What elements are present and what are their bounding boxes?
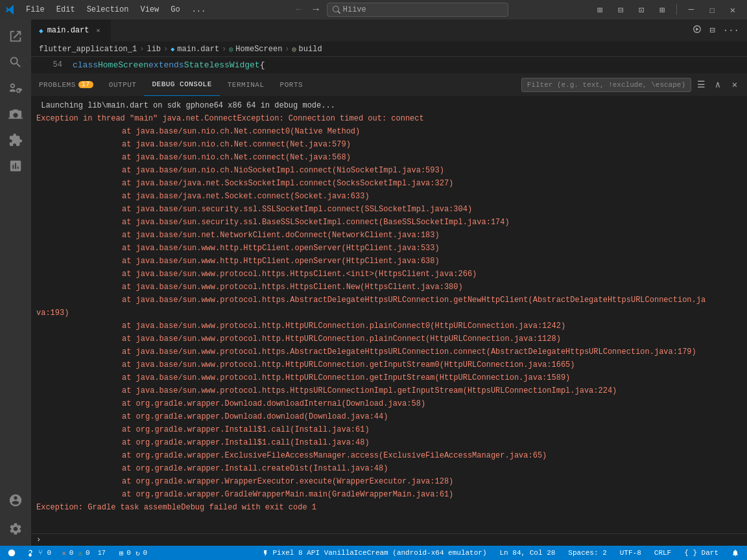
status-position[interactable]: Ln 84, Col 28 <box>497 546 558 560</box>
console-line: at java.base/sun.www.protocol.https.Http… <box>31 281 747 294</box>
layout-toggle-button[interactable]: ⊞ <box>591 3 609 17</box>
status-spaces[interactable]: Spaces: 2 <box>565 546 609 560</box>
menu-selection[interactable]: Selection <box>82 3 134 17</box>
tab-main-dart[interactable]: ◆ main.dart ✕ <box>31 19 112 41</box>
breadcrumb-lib[interactable]: lib <box>147 45 161 54</box>
console-line: at java.base/sun.www.protocol.https.Http… <box>31 268 747 281</box>
console-line: at java.base/sun.security.ssl.BaseSSLSoc… <box>31 216 747 229</box>
status-line-ending[interactable]: CRLF <box>652 546 674 560</box>
console-line: at java.base/sun.www.protocol.https.Abst… <box>31 345 747 358</box>
console-input[interactable] <box>43 535 742 544</box>
split-editor-icon[interactable]: ⊟ <box>707 23 717 37</box>
console-line: at org.gradle.wrapper.WrapperExecutor.ex… <box>31 475 747 488</box>
panel-toggle-button[interactable]: ⊡ <box>632 3 650 17</box>
console-prompt-icon: › <box>36 535 41 544</box>
activity-icon-debug[interactable] <box>4 102 27 126</box>
maximize-button[interactable]: ☐ <box>703 3 721 17</box>
close-button[interactable]: ✕ <box>724 3 742 17</box>
console-line: at java.base/java.net.SocksSocketImpl.co… <box>31 177 747 190</box>
panel-tab-output[interactable]: OUTPUT <box>101 73 145 96</box>
panel-action-list[interactable]: ☰ <box>694 78 708 92</box>
panel-action-collapse[interactable]: ∧ <box>711 78 725 92</box>
breadcrumb-root[interactable]: flutter_application_1 <box>39 45 137 54</box>
editor-area: ◆ main.dart ✕ ⊟ ··· flutter_application_… <box>31 19 747 546</box>
breadcrumb-class[interactable]: HomeScreen <box>235 45 282 54</box>
status-bar-right: Pixel 8 API VanillaIceCream (android-x64… <box>259 546 742 560</box>
console-line: at org.gradle.wrapper.GradleWrapperMain.… <box>31 488 747 501</box>
activity-icon-extensions[interactable] <box>4 128 27 152</box>
activity-bar <box>0 19 31 546</box>
console-line: at java.base/sun.nio.ch.Net.connect(Net.… <box>31 151 747 164</box>
panel-header: PROBLEMS 17 OUTPUT DEBUG CONSOLE TERMINA… <box>31 73 747 97</box>
menu-bar: File Edit Selection View Go ... <box>21 3 211 17</box>
menu-view[interactable]: View <box>135 3 164 17</box>
debug-config-icon[interactable] <box>690 23 704 38</box>
activity-icon-settings[interactable] <box>4 517 27 541</box>
dart-file-icon: ◆ <box>39 27 43 35</box>
nav-back-button[interactable]: ← <box>294 3 305 17</box>
status-notifications[interactable] <box>729 546 742 560</box>
git-branch-label: ⑂ 0 <box>38 549 51 557</box>
console-line: at org.gradle.wrapper.Install$1.call(Ins… <box>31 436 747 449</box>
title-search-bar[interactable]: Hiive <box>327 3 508 17</box>
activity-icon-search[interactable] <box>4 51 27 74</box>
sidebar-toggle-button[interactable]: ⊟ <box>611 3 630 17</box>
menu-file[interactable]: File <box>21 3 50 17</box>
console-line: at org.gradle.wrapper.Download.download(… <box>31 410 747 423</box>
activity-icon-explorer[interactable] <box>4 25 27 48</box>
tab-label: main.dart <box>47 26 89 35</box>
panel-action-close[interactable]: ✕ <box>728 78 742 92</box>
status-encoding[interactable]: UTF-8 <box>617 546 644 560</box>
status-device[interactable]: Pixel 8 API VanillaIceCream (android-x64… <box>259 546 489 560</box>
panel-tab-terminal[interactable]: TERMINAL <box>220 73 272 96</box>
filter-input[interactable]: Filter (e.g. text, !exclude, \escape) <box>521 78 691 92</box>
console-line: Exception: Gradle task assembleDebug fai… <box>31 501 747 514</box>
spaces-label: Spaces: 2 <box>568 549 606 557</box>
console-line: Launching lib\main.dart on sdk gphone64 … <box>31 99 747 112</box>
panel-tab-problems[interactable]: PROBLEMS 17 <box>31 73 101 96</box>
console-line: va:193) <box>31 307 747 320</box>
menu-more[interactable]: ... <box>187 3 211 17</box>
status-git-branch[interactable]: ⑂ 0 <box>25 546 54 560</box>
cursor-position: Ln 84, Col 28 <box>500 549 556 557</box>
status-errors[interactable]: ✕ 0 ⚠ 0 17 <box>59 546 111 560</box>
panel-tab-ports[interactable]: PORTS <box>272 73 311 96</box>
code-line-54: 54 class HomeScreen extends StatelessWid… <box>31 58 747 72</box>
debug-console-content[interactable]: Launching lib\main.dart on sdk gphone64 … <box>31 97 747 533</box>
nav-forward-button[interactable]: → <box>310 3 322 17</box>
activity-icon-account[interactable] <box>4 489 27 512</box>
console-line: at java.base/sun.security.ssl.SSLSocketI… <box>31 203 747 216</box>
status-language[interactable]: { } Dart <box>682 546 721 560</box>
console-line: at java.base/sun.www.protocol.http.HttpU… <box>31 358 747 371</box>
status-remote-button[interactable] <box>5 546 19 560</box>
customize-layout-button[interactable]: ⊞ <box>653 3 671 17</box>
menu-edit[interactable]: Edit <box>51 3 80 17</box>
minimize-button[interactable]: ─ <box>682 3 700 17</box>
breadcrumb-file[interactable]: main.dart <box>177 45 219 54</box>
editor-toolbar: ⊟ ··· <box>690 19 747 41</box>
panel-tab-debug-console[interactable]: DEBUG CONSOLE <box>144 73 219 96</box>
activity-icon-testing[interactable] <box>4 154 27 178</box>
console-line: at java.base/sun.www.protocol.https.Http… <box>31 384 747 397</box>
console-line: Exception in thread "main" java.net.Conn… <box>31 112 747 125</box>
sync-icon: ⊞ <box>119 549 124 557</box>
line-number-54: 54 <box>42 59 62 71</box>
vscode-logo-icon <box>5 5 16 15</box>
menu-go[interactable]: Go <box>165 3 185 17</box>
console-line: at org.gradle.wrapper.ExclusiveFileAcces… <box>31 449 747 462</box>
breadcrumb-method[interactable]: build <box>299 45 322 54</box>
window-controls: ⊞ ⊟ ⊡ ⊞ ─ ☐ ✕ <box>591 3 742 17</box>
problems-tab-label: PROBLEMS <box>39 81 76 89</box>
activity-icon-source-control[interactable] <box>4 76 27 100</box>
console-line: at java.base/sun.nio.ch.Net.connect0(Nat… <box>31 125 747 138</box>
panel-tabs-row: PROBLEMS 17 OUTPUT DEBUG CONSOLE TERMINA… <box>31 73 516 96</box>
status-sync[interactable]: ⊞ 0 ↻ 0 <box>117 546 150 560</box>
ports-tab-label: PORTS <box>280 81 303 89</box>
filter-placeholder: Filter (e.g. text, !exclude, \escape) <box>527 81 685 89</box>
status-bar-left: ⑂ 0 ✕ 0 ⚠ 0 17 ⊞ 0 ↻ 0 <box>5 546 150 560</box>
console-line: at java.base/sun.www.protocol.http.HttpU… <box>31 371 747 384</box>
console-line: at org.gradle.wrapper.Download.downloadI… <box>31 397 747 410</box>
tab-close-button[interactable]: ✕ <box>93 25 103 36</box>
more-actions-icon[interactable]: ··· <box>720 24 742 37</box>
panel-container: PROBLEMS 17 OUTPUT DEBUG CONSOLE TERMINA… <box>31 73 747 546</box>
